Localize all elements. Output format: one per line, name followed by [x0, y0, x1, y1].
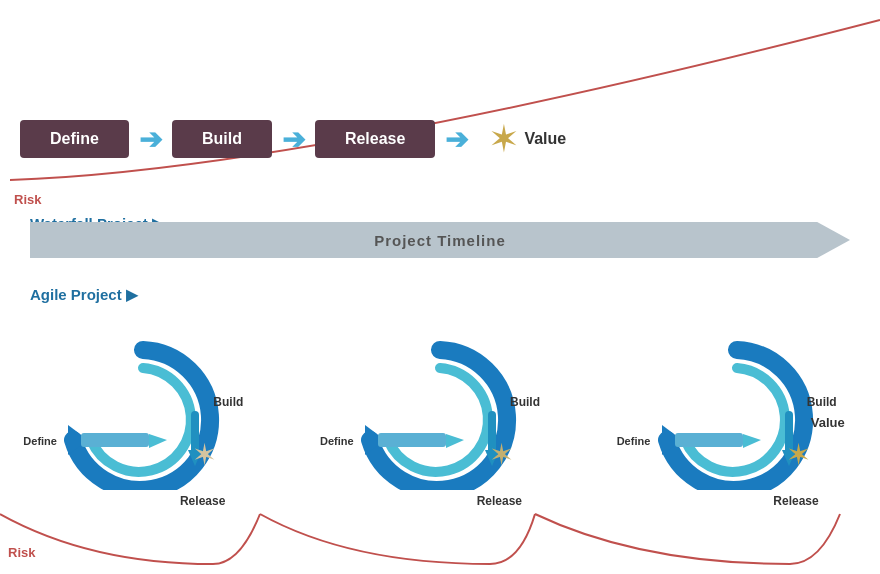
define-label-2: Define: [320, 435, 354, 447]
define-box: Define: [20, 120, 129, 158]
build-label-2: Build: [510, 395, 540, 409]
arrow-2: ➔: [282, 123, 305, 156]
agile-section: Build Define ✶ Release Build: [0, 310, 880, 574]
release-star-1: ✶: [192, 437, 217, 472]
svg-rect-10: [675, 433, 743, 447]
build-box: Build: [172, 120, 272, 158]
svg-rect-2: [81, 433, 149, 447]
waterfall-row: Define ➔ Build ➔ Release ➔ ✶ Value: [20, 120, 566, 158]
define-label-3: Define: [617, 435, 651, 447]
value-star-icon: ✶: [488, 120, 520, 158]
svg-marker-11: [743, 434, 761, 448]
svg-marker-3: [149, 434, 167, 448]
release-star-3: ✶: [786, 437, 811, 472]
agile-project-label: Agile Project ▶: [30, 286, 138, 304]
arrow-1: ➔: [139, 123, 162, 156]
timeline-arrow-body: Project Timeline: [30, 222, 850, 258]
release-star-2: ✶: [489, 437, 514, 472]
timeline-section: Project Timeline: [0, 210, 880, 270]
release-box: Release: [315, 120, 436, 158]
timeline-text: Project Timeline: [374, 232, 506, 249]
sprint-item-2: Build Define ✶ Release: [297, 320, 584, 490]
define-label-1: Define: [23, 435, 57, 447]
risk-label-top: Risk: [14, 192, 41, 207]
sprint-item-1: Build Define ✶ Release: [0, 320, 287, 490]
build-label-3: Build: [807, 395, 837, 409]
timeline-arrow: Project Timeline: [0, 210, 880, 270]
build-label-1: Build: [213, 395, 243, 409]
sprint-container: Build Define ✶ Release Build: [0, 320, 880, 490]
svg-marker-7: [446, 434, 464, 448]
risk-label-bottom: Risk: [8, 545, 35, 560]
svg-rect-6: [378, 433, 446, 447]
cycle-1: Build Define ✶ Release: [33, 330, 253, 490]
arrow-3: ➔: [445, 123, 468, 156]
cycle-3: Build Define ✶ Release Value: [627, 330, 847, 490]
value-label: Value: [524, 130, 566, 148]
value-label-agile: Value: [811, 415, 845, 430]
cycle-2: Build Define ✶ Release: [330, 330, 550, 490]
sprint-item-3: Build Define ✶ Release Value: [593, 320, 880, 490]
